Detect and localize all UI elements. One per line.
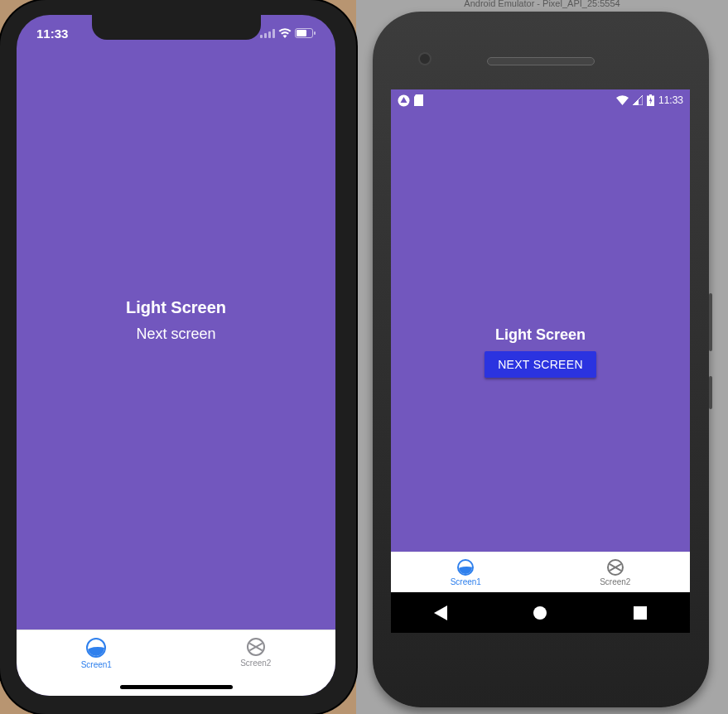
- back-button[interactable]: [431, 604, 450, 622]
- android-camera: [418, 52, 431, 65]
- overview-button[interactable]: [631, 604, 649, 622]
- ios-device-frame: 11:33 Light Screen Next screen Screen1: [0, 0, 356, 714]
- cellular-icon: [633, 95, 643, 105]
- android-tab-bar: Screen1 Screen2: [391, 552, 690, 592]
- home-indicator[interactable]: [120, 685, 233, 689]
- tab-label: Screen2: [600, 577, 630, 586]
- svg-rect-9: [649, 94, 652, 96]
- chart-icon: [86, 638, 106, 658]
- tab-screen2[interactable]: Screen2: [541, 552, 691, 592]
- svg-rect-11: [634, 606, 647, 620]
- next-screen-button[interactable]: Next screen: [129, 322, 222, 346]
- android-nav-bar: [391, 592, 690, 633]
- chart-icon: [457, 559, 474, 576]
- page-title: Light Screen: [495, 326, 586, 344]
- android-content: Light Screen NEXT SCREEN: [391, 111, 690, 592]
- app-icon: [398, 94, 410, 107]
- tab-screen1[interactable]: Screen1: [391, 552, 541, 592]
- tab-label: Screen1: [451, 577, 481, 586]
- wifi-icon: [616, 95, 629, 105]
- aperture-icon: [247, 638, 265, 656]
- ios-content: Light Screen Next screen: [17, 15, 335, 630]
- aperture-icon: [607, 559, 624, 576]
- android-earpiece: [487, 57, 595, 65]
- home-button[interactable]: [531, 604, 549, 622]
- sd-card-icon: [414, 94, 423, 106]
- svg-point-10: [533, 606, 547, 620]
- android-side-button: [709, 293, 712, 351]
- android-status-time: 11:33: [658, 94, 683, 106]
- ios-screen: 11:33 Light Screen Next screen Screen1: [17, 15, 335, 696]
- page-title: Light Screen: [126, 298, 226, 317]
- android-status-bar: 11:33: [391, 89, 690, 111]
- battery-charging-icon: [647, 94, 654, 106]
- next-screen-button[interactable]: NEXT SCREEN: [485, 351, 596, 378]
- tab-label: Screen2: [240, 659, 271, 668]
- android-side-button: [709, 376, 712, 409]
- android-device-frame: 11:33 Light Screen NEXT SCREEN Screen1 S…: [373, 12, 709, 707]
- tab-label: Screen1: [81, 660, 112, 669]
- android-screen: 11:33 Light Screen NEXT SCREEN Screen1 S…: [391, 89, 690, 633]
- emulator-window-title: Android Emulator - Pixel_API_25:5554: [356, 0, 728, 8]
